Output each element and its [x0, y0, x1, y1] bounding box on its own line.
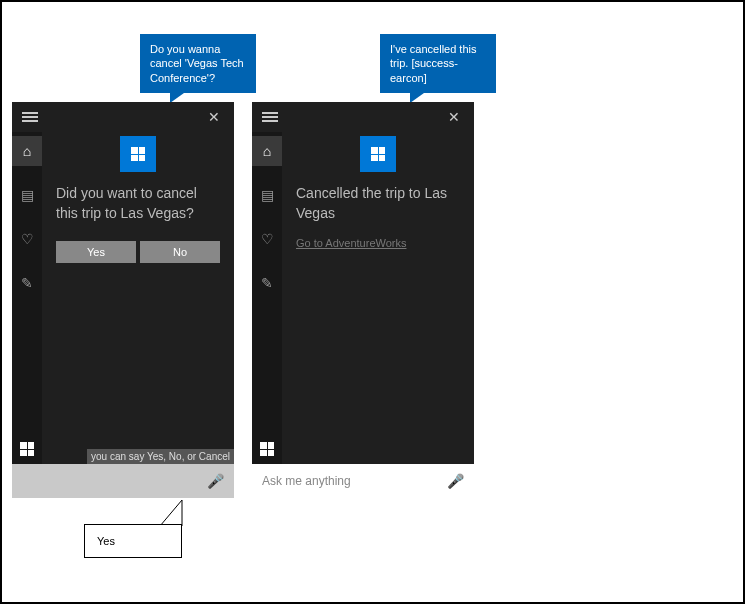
start-icon[interactable] — [252, 434, 282, 464]
result-text: Cancelled the trip to Las Vegas — [296, 184, 460, 223]
yes-button[interactable]: Yes — [56, 241, 136, 263]
search-placeholder: Ask me anything — [262, 474, 351, 488]
deep-link[interactable]: Go to AdventureWorks — [296, 237, 460, 249]
app-tile-icon — [120, 136, 156, 172]
sidebar: ⌂ ▤ ♡ ✎ — [12, 132, 42, 464]
mic-icon[interactable]: 🎤 — [447, 473, 464, 489]
cortana-speech-bubble-left: Do you wanna cancel 'Vegas Tech Conferen… — [140, 34, 256, 93]
search-bar[interactable]: Ask me anything 🎤 — [252, 464, 474, 498]
hamburger-icon[interactable] — [18, 106, 42, 128]
callout-tail — [160, 500, 188, 526]
confirmation-prompt: Did you want to cancel this trip to Las … — [56, 184, 220, 223]
no-button[interactable]: No — [140, 241, 220, 263]
content-area: Cancelled the trip to Las Vegas Go to Ad… — [282, 132, 474, 464]
content-area: Did you want to cancel this trip to Las … — [42, 132, 234, 464]
sidebar: ⌂ ▤ ♡ ✎ — [252, 132, 282, 464]
input-hint: you can say Yes, No, or Cancel — [87, 449, 234, 464]
cortana-panel-result: ✕ ⌂ ▤ ♡ ✎ Cancelled the trip to Las Vega… — [252, 102, 474, 498]
hamburger-icon[interactable] — [258, 106, 282, 128]
titlebar: ✕ — [12, 102, 234, 132]
titlebar: ✕ — [252, 102, 474, 132]
user-speech-callout: Yes — [84, 524, 182, 558]
mic-icon[interactable]: 🎤 — [207, 473, 224, 489]
tips-icon[interactable]: ♡ — [252, 224, 282, 254]
feedback-icon[interactable]: ✎ — [252, 268, 282, 298]
notebook-icon[interactable]: ▤ — [252, 180, 282, 210]
home-icon[interactable]: ⌂ — [12, 136, 42, 166]
home-icon[interactable]: ⌂ — [252, 136, 282, 166]
close-icon[interactable]: ✕ — [440, 105, 468, 129]
tips-icon[interactable]: ♡ — [12, 224, 42, 254]
feedback-icon[interactable]: ✎ — [12, 268, 42, 298]
close-icon[interactable]: ✕ — [200, 105, 228, 129]
search-bar[interactable]: 🎤 — [12, 464, 234, 498]
notebook-icon[interactable]: ▤ — [12, 180, 42, 210]
cortana-speech-bubble-right: I've cancelled this trip. [success-earco… — [380, 34, 496, 93]
cortana-panel-confirm: ✕ ⌂ ▤ ♡ ✎ Did you want to cancel this tr… — [12, 102, 234, 498]
start-icon[interactable] — [12, 434, 42, 464]
app-tile-icon — [360, 136, 396, 172]
